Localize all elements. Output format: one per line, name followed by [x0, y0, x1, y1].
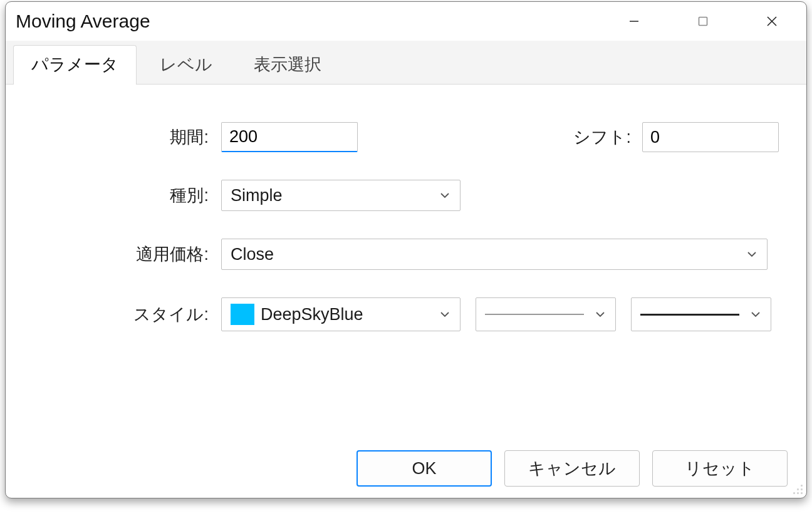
maximize-button[interactable] — [669, 2, 737, 41]
maximize-icon — [697, 16, 709, 27]
button-label: OK — [412, 459, 436, 478]
line-width-preview — [640, 314, 739, 316]
row-apply: 適用価格: Close — [33, 239, 779, 270]
window-controls — [600, 2, 806, 41]
dialog-window: Moving Average パラメータ レベル 表示選択 期間: — [5, 1, 807, 498]
tab-strip: パラメータ レベル 表示選択 — [6, 41, 806, 85]
svg-rect-1 — [699, 18, 707, 26]
resize-grip[interactable] — [793, 484, 804, 495]
chevron-down-icon — [594, 308, 606, 321]
apply-select[interactable]: Close — [221, 239, 768, 270]
chevron-down-icon — [439, 189, 451, 202]
shift-input[interactable] — [642, 122, 779, 152]
button-label: キャンセル — [528, 457, 616, 480]
method-value: Simple — [231, 186, 439, 205]
method-select[interactable]: Simple — [221, 180, 461, 211]
color-select[interactable]: DeepSkyBlue — [221, 297, 461, 331]
button-bar: OK キャンセル リセット — [357, 450, 788, 487]
ok-button[interactable]: OK — [357, 450, 492, 487]
titlebar: Moving Average — [6, 2, 806, 41]
close-button[interactable] — [737, 2, 806, 41]
shift-block: シフト: — [573, 122, 779, 152]
button-label: リセット — [685, 457, 755, 480]
tab-parameters[interactable]: パラメータ — [13, 45, 137, 85]
cancel-button[interactable]: キャンセル — [504, 450, 640, 487]
tab-label: パラメータ — [31, 55, 118, 74]
row-period-shift: 期間: シフト: — [33, 122, 779, 152]
minimize-icon — [628, 15, 640, 28]
window-title: Moving Average — [16, 11, 150, 32]
close-icon — [766, 15, 778, 28]
apply-label: 適用価格: — [33, 243, 221, 266]
method-label: 種別: — [33, 184, 221, 207]
tab-content: 期間: シフト: 種別: Simple 適用価格: Close — [6, 85, 806, 378]
shift-label: シフト: — [573, 126, 631, 148]
color-swatch — [231, 304, 254, 325]
chevron-down-icon — [746, 248, 758, 261]
tab-label: レベル — [160, 55, 212, 74]
period-label: 期間: — [33, 126, 221, 148]
style-label: スタイル: — [33, 303, 221, 326]
row-method: 種別: Simple — [33, 180, 779, 211]
line-style-select[interactable] — [476, 297, 616, 331]
reset-button[interactable]: リセット — [652, 450, 788, 487]
minimize-button[interactable] — [600, 2, 669, 41]
tab-levels[interactable]: レベル — [142, 45, 231, 85]
color-value: DeepSkyBlue — [261, 305, 432, 324]
chevron-down-icon — [749, 308, 762, 321]
chevron-down-icon — [439, 308, 451, 321]
row-style: スタイル: DeepSkyBlue — [33, 297, 779, 331]
apply-value: Close — [231, 245, 746, 264]
line-width-select[interactable] — [631, 297, 771, 331]
period-input[interactable] — [221, 122, 358, 152]
tab-display[interactable]: 表示選択 — [236, 45, 340, 85]
tab-label: 表示選択 — [254, 55, 321, 74]
line-style-preview — [485, 314, 584, 315]
